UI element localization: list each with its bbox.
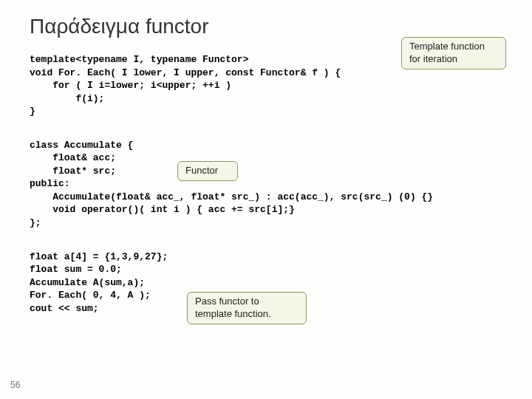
slide: Παράδειγμα functor template<typename I, …	[0, 0, 532, 399]
page-number: 56	[10, 380, 20, 390]
slide-title: Παράδειγμα functor	[30, 15, 502, 38]
callout-template-function: Template function for iteration	[401, 37, 506, 69]
callout-pass-functor: Pass functor to template function.	[187, 292, 307, 324]
code-block-2: class Accumulate { float& acc; float* sr…	[30, 139, 502, 230]
callout-functor: Functor	[177, 161, 238, 181]
